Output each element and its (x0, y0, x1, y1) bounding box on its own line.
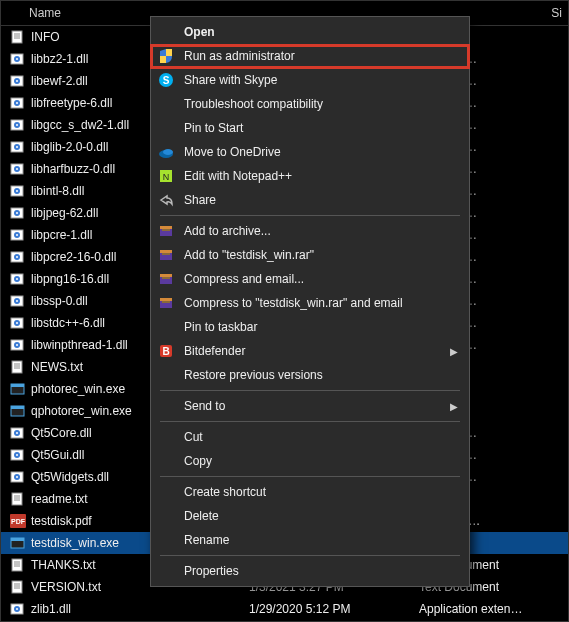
svg-rect-46 (12, 361, 22, 373)
svg-point-62 (16, 476, 18, 478)
menu-item-label: Move to OneDrive (184, 145, 458, 159)
svg-point-59 (16, 454, 18, 456)
menu-item-label: Copy (184, 454, 458, 468)
menu-item-rename[interactable]: Rename (152, 528, 468, 552)
svg-rect-90 (162, 229, 170, 231)
file-date: 1/29/2020 5:12 PM (249, 602, 419, 616)
file-type-icon (9, 271, 27, 287)
file-type-icon (9, 315, 27, 331)
menu-item-edit-with-notepad[interactable]: NEdit with Notepad++ (152, 164, 468, 188)
file-type-icon (9, 491, 27, 507)
menu-icon-blank (156, 451, 176, 471)
bitdefender-icon: B (156, 341, 176, 361)
svg-point-36 (16, 278, 18, 280)
svg-rect-89 (160, 226, 172, 229)
file-type-icon (9, 601, 27, 617)
file-type-icon (9, 381, 27, 397)
menu-item-compress-to-testdisk-win-rar-and-email[interactable]: Compress to "testdisk_win.rar" and email (152, 291, 468, 315)
menu-separator (160, 390, 460, 391)
menu-item-label: Bitdefender (184, 344, 442, 358)
file-type-icon (9, 161, 27, 177)
menu-item-delete[interactable]: Delete (152, 504, 468, 528)
menu-separator (160, 421, 460, 422)
menu-item-label: Compress and email... (184, 272, 458, 286)
file-type-icon (9, 403, 27, 419)
svg-rect-92 (160, 250, 172, 253)
onedrive-icon (156, 142, 176, 162)
file-type-icon (9, 227, 27, 243)
menu-item-share-with-skype[interactable]: SShare with Skype (152, 68, 468, 92)
file-row[interactable]: zlib1.dll1/29/2020 5:12 PMApplication ex… (1, 598, 568, 620)
svg-point-15 (16, 124, 18, 126)
svg-point-27 (16, 212, 18, 214)
menu-item-label: Open (184, 25, 458, 39)
file-type-icon (9, 183, 27, 199)
svg-point-56 (16, 432, 18, 434)
file-type-icon (9, 557, 27, 573)
svg-text:B: B (162, 346, 169, 357)
file-type-icon (9, 139, 27, 155)
svg-rect-96 (162, 277, 170, 279)
menu-icon-blank (156, 396, 176, 416)
winrar-icon (156, 269, 176, 289)
menu-item-send-to[interactable]: Send to▶ (152, 394, 468, 418)
menu-item-bitdefender[interactable]: BBitdefender▶ (152, 339, 468, 363)
file-type-icon (9, 425, 27, 441)
svg-point-6 (16, 58, 18, 60)
shield-icon (156, 46, 176, 66)
menu-item-open[interactable]: Open (152, 20, 468, 44)
winrar-icon (156, 293, 176, 313)
menu-item-run-as-administrator[interactable]: Run as administrator (152, 44, 468, 68)
menu-item-label: Create shortcut (184, 485, 458, 499)
svg-rect-73 (12, 581, 22, 593)
menu-item-label: Restore previous versions (184, 368, 458, 382)
file-name: zlib1.dll (31, 602, 249, 616)
menu-item-pin-to-start[interactable]: Pin to Start (152, 116, 468, 140)
menu-item-add-to-testdisk-win-rar[interactable]: Add to "testdisk_win.rar" (152, 243, 468, 267)
menu-item-label: Delete (184, 509, 458, 523)
svg-point-39 (16, 300, 18, 302)
menu-item-move-to-onedrive[interactable]: Move to OneDrive (152, 140, 468, 164)
menu-item-label: Pin to taskbar (184, 320, 458, 334)
menu-item-add-to-archive[interactable]: Add to archive... (152, 219, 468, 243)
menu-item-restore-previous-versions[interactable]: Restore previous versions (152, 363, 468, 387)
svg-point-12 (16, 102, 18, 104)
menu-item-label: Share with Skype (184, 73, 458, 87)
svg-rect-69 (12, 559, 22, 571)
menu-item-properties[interactable]: Properties (152, 559, 468, 583)
winrar-icon (156, 221, 176, 241)
file-type-icon: PDF (9, 513, 27, 529)
menu-item-label: Share (184, 193, 458, 207)
menu-item-compress-and-email[interactable]: Compress and email... (152, 267, 468, 291)
menu-item-troubleshoot-compatibility[interactable]: Troubleshoot compatibility (152, 92, 468, 116)
menu-item-label: Properties (184, 564, 458, 578)
file-type-icon (9, 359, 27, 375)
menu-icon-blank (156, 482, 176, 502)
menu-item-share[interactable]: Share (152, 188, 468, 212)
menu-item-create-shortcut[interactable]: Create shortcut (152, 480, 468, 504)
svg-point-42 (16, 322, 18, 324)
menu-icon-blank (156, 118, 176, 138)
svg-rect-51 (11, 384, 24, 387)
svg-rect-98 (160, 298, 172, 301)
menu-item-label: Add to archive... (184, 224, 458, 238)
file-type-icon (9, 535, 27, 551)
menu-item-label: Compress to "testdisk_win.rar" and email (184, 296, 458, 310)
menu-item-label: Edit with Notepad++ (184, 169, 458, 183)
file-type-icon (9, 337, 27, 353)
submenu-arrow-icon: ▶ (450, 346, 458, 357)
svg-point-18 (16, 146, 18, 148)
file-type-icon (9, 579, 27, 595)
menu-icon-blank (156, 94, 176, 114)
file-type: Application exten… (419, 602, 568, 616)
column-header-size[interactable]: Si (538, 6, 568, 20)
menu-item-pin-to-taskbar[interactable]: Pin to taskbar (152, 315, 468, 339)
menu-item-cut[interactable]: Cut (152, 425, 468, 449)
file-type-icon (9, 205, 27, 221)
menu-item-copy[interactable]: Copy (152, 449, 468, 473)
svg-rect-81 (160, 56, 166, 63)
menu-icon-blank (156, 506, 176, 526)
svg-rect-95 (160, 274, 172, 277)
menu-icon-blank (156, 365, 176, 385)
skype-icon: S (156, 70, 176, 90)
